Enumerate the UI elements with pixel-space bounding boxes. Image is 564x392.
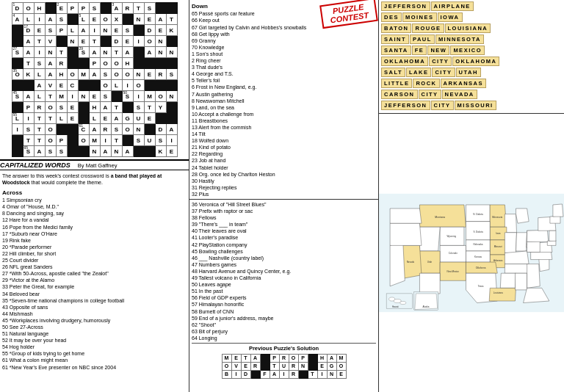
city-tile: IOWA (438, 12, 463, 22)
clue-8d: 8 Newswoman Mitchell (192, 98, 317, 104)
clues-columns: Across 1 Simpsonian cry 4 Omar of "House… (2, 188, 187, 370)
svg-marker-23 (419, 273, 440, 294)
clue-45a: 45 *Workplaces involving drudgery, humor… (2, 317, 187, 324)
city-tile: ARKANSAS (441, 79, 487, 88)
svg-text:N. Dakota: N. Dakota (473, 213, 483, 216)
city-tile: OKLAHOMA (452, 57, 499, 66)
clue-54a: 54 Hog holder (2, 344, 187, 350)
city-tile: CITY (419, 90, 441, 99)
clue-17a: 17 *Suburb near O'Hare (2, 231, 187, 237)
clue-36d: 36 Veronica of "Hill Street Blues" (192, 201, 376, 208)
svg-text:Iowa: Iowa (496, 232, 501, 235)
contest-area: PUZZLE CONTEST (319, 0, 378, 199)
clue-19a: 19 Rink fake (2, 237, 187, 244)
clue-21d: 21 Kind of potato (192, 144, 317, 150)
svg-marker-29 (500, 273, 516, 288)
middle-top-section: Down 65 Passé sports car feature 66 Keep… (189, 0, 378, 200)
city-tile: JEFFERSON (381, 1, 430, 11)
city-tile: MINNESOTA (435, 35, 484, 44)
clue-13d: 13 Alert from the commish (192, 124, 317, 131)
svg-marker-43 (553, 204, 563, 217)
svg-marker-37 (527, 241, 540, 252)
svg-text:Louisiana: Louisiana (494, 291, 503, 294)
city-tile: ROCK (413, 79, 439, 88)
svg-text:Alaska: Alaska (422, 305, 429, 308)
svg-text:Hawaii: Hawaii (392, 305, 399, 308)
clue-5d: 5 Teller's foil (192, 77, 317, 84)
clue-16a: 16 Pope from the Medici family (2, 224, 187, 231)
clue-34a: 34 Beloved bear (2, 291, 187, 297)
down-clues-second: 36 Veronica of "Hill Street Blues" 37 Pr… (192, 201, 376, 341)
svg-point-64 (400, 302, 406, 305)
svg-marker-27 (505, 251, 529, 264)
clue-48d: 48 Harvard Avenue and Quincy Center, e.g… (192, 268, 376, 275)
svg-marker-10 (419, 227, 440, 251)
clue-12a: 12 Hare for a vandal (2, 217, 187, 223)
clue-46d: 46 ___ Nashville (country label) (192, 255, 376, 261)
clue-61a: 61 What a colon might mean (2, 357, 187, 363)
down-heading: Down (192, 3, 317, 10)
clue-9d: 9 Land, on the sea (192, 104, 317, 111)
clue-33a: 33 Peter the Great, for example (2, 283, 187, 290)
svg-text:Wyoming: Wyoming (447, 235, 457, 238)
city-tile: LOUISIANA (445, 23, 491, 33)
city-entry-2: BATON ROUGE LOUISIANA (381, 23, 562, 33)
city-tile: SANTA (381, 46, 411, 55)
svg-marker-32 (527, 264, 540, 288)
svg-marker-41 (549, 231, 556, 241)
middle-panel: Down 65 Passé sports car feature 66 Keep… (189, 0, 379, 392)
clue-6d: 6 Frost in New England, e.g. (192, 84, 317, 90)
across-clues-col: Across 1 Simpsonian cry 4 Omar of "House… (2, 188, 187, 370)
clue-4a: 4 Omar of "House, M.D." (2, 203, 187, 210)
description-box: The answer to this week's contest crossw… (0, 172, 189, 392)
middle-bottom-section: 36 Veronica of "Hill Street Blues" 37 Pr… (189, 200, 378, 392)
clue-51a: 51 Natural language (2, 330, 187, 337)
city-tile: CITY (431, 101, 454, 110)
clue-65d: 65 Passé sports car feature (192, 10, 317, 17)
description-text: The answer to this week's contest crossw… (2, 173, 187, 186)
clue-67d: 67 Girl targeted by Calvin and Hobbes's … (192, 24, 317, 31)
clue-52a: 52 It may be over your head (2, 337, 187, 344)
clue-58d: 58 Burnett of CNN (192, 308, 376, 315)
svg-marker-35 (531, 251, 552, 260)
svg-marker-21 (390, 223, 422, 245)
clue-57d: 57 Himalayan honorific (192, 301, 376, 308)
city-entry-7: LITTLE ROCK ARKANSAS (381, 79, 562, 88)
city-entry-5: OKLAHOMA CITY OKLAHOMA (381, 57, 562, 66)
main-container: 1DOH2EPPS3ARTS 4ALIAS5LEOXNEAT 17DESPLAI… (0, 0, 564, 392)
svg-text:Colorado: Colorado (449, 252, 458, 255)
city-entry-1: DES MOINES IOWA (381, 12, 562, 22)
us-map-area: Montana N. Dakota Minnesota Wyoming S. D… (379, 114, 564, 392)
clue-26a: 26 NFL great Sanders (2, 264, 187, 270)
svg-text:Montana: Montana (435, 216, 445, 219)
city-tile: CARSON (381, 90, 418, 99)
svg-text:Nebraska: Nebraska (474, 243, 483, 246)
city-tile: NEW (427, 46, 449, 55)
svg-marker-38 (527, 230, 549, 242)
svg-marker-5 (516, 208, 529, 223)
city-tile: FE (412, 46, 427, 55)
city-entry-9: JEFFERSON CITY MISSOURI (381, 101, 562, 110)
solution-grid: META PROP HAM OVER TURN EGO BID FAIR (222, 354, 347, 379)
clue-7d: 7 Austin gathering (192, 91, 317, 98)
clue-70d: 70 Knowledge (192, 44, 317, 51)
clue-50d: 50 Leaves agape (192, 281, 376, 288)
crossword-grid-wrapper: 1DOH2EPPS3ARTS 4ALIAS5LEOXNEAT 17DESPLAI… (0, 0, 189, 159)
clue-30d: 30 Hastily (192, 178, 317, 184)
clue-28d: 28 Org. once led by Charlton Heston (192, 171, 317, 178)
city-tile: UTAH (456, 68, 481, 77)
city-entry-8: CARSON CITY NEVADA (381, 90, 562, 99)
crossword-grid: 1DOH2EPPS3ARTS 4ALIAS5LEOXNEAT 17DESPLAI… (12, 2, 178, 157)
city-tile: PAUL (410, 35, 435, 44)
city-tile: MOINES (402, 12, 437, 22)
left-panel: 1DOH2EPPS3ARTS 4ALIAS5LEOXNEAT 17DESPLAI… (0, 0, 189, 392)
city-entry-4: SANTA FE NEW MEXICO (381, 46, 562, 55)
clue-1a: 1 Simpsonian cry (2, 197, 187, 203)
city-tile: NEVADA (442, 90, 477, 99)
city-tile: MISSOURI (455, 101, 496, 110)
clue-69d: 69 Granny (192, 37, 317, 44)
clue-45d: 45 Bowling challenges (192, 248, 376, 255)
clue-66d: 66 Keep out (192, 17, 317, 23)
down-col2a: 36 Veronica of "Hill Street Blues" 37 Pr… (192, 201, 376, 341)
svg-text:Arkansas: Arkansas (494, 259, 503, 262)
